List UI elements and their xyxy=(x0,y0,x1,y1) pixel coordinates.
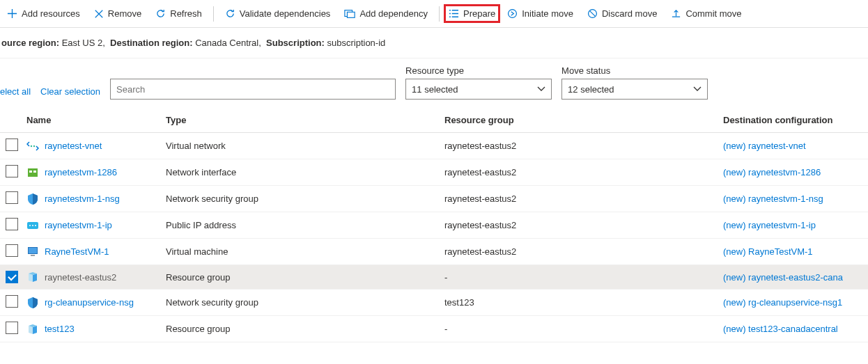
rg-icon xyxy=(26,323,39,335)
resource-type-cell: Public IP address xyxy=(160,212,439,239)
resource-type-cell: Resource group xyxy=(160,316,439,342)
svg-point-5 xyxy=(33,145,35,146)
resource-group-cell: - xyxy=(439,316,718,342)
resource-name-link[interactable]: RayneTestVM-1 xyxy=(45,246,109,257)
col-header-destination[interactable]: Destination configuration xyxy=(718,108,868,133)
resource-name-link[interactable]: raynetest-vnet xyxy=(45,141,102,151)
resource-name-link[interactable]: rg-cleanupservice-nsg xyxy=(45,297,134,308)
add-resources-label: Add resources xyxy=(22,8,80,19)
svg-point-12 xyxy=(35,225,36,226)
col-header-name[interactable]: Name xyxy=(21,108,160,133)
row-checkbox[interactable] xyxy=(6,295,18,308)
svg-rect-14 xyxy=(29,248,37,253)
remove-button[interactable]: Remove xyxy=(87,4,148,23)
refresh-icon xyxy=(155,8,166,19)
move-status-value: 12 selected xyxy=(568,84,614,95)
discard-move-button[interactable]: Discard move xyxy=(580,4,664,23)
arrow-right-circle-icon xyxy=(507,8,518,19)
resource-group-cell: raynetest-eastus2 xyxy=(439,159,718,186)
commit-move-label: Commit move xyxy=(685,8,741,19)
resource-type-dropdown[interactable]: 11 selected xyxy=(405,79,552,100)
add-dependency-button[interactable]: Add dependency xyxy=(337,4,435,23)
resource-group-cell: raynetest-eastus2 xyxy=(439,133,718,159)
row-checkbox[interactable] xyxy=(6,191,18,204)
remove-label: Remove xyxy=(108,8,141,19)
table-row[interactable]: test123Resource group-(new) test123-cana… xyxy=(0,316,868,342)
resource-type-label: Resource type xyxy=(405,65,552,76)
row-checkbox[interactable] xyxy=(6,322,18,334)
svg-point-4 xyxy=(31,145,32,146)
context-info: ource region: East US 2, Destination reg… xyxy=(0,28,868,58)
toolbar: Add resources Remove Refresh Validate de… xyxy=(0,0,868,28)
table-row[interactable]: raynetest-eastus2Resource group-(new) ra… xyxy=(0,265,868,290)
upload-icon xyxy=(671,8,681,19)
destination-region-value: Canada Central, xyxy=(195,38,261,48)
destination-link[interactable]: (new) rg-cleanupservice-nsg1 xyxy=(723,297,842,308)
destination-link[interactable]: (new) raynetestvm-1-nsg xyxy=(723,193,823,204)
table-row[interactable]: RayneTestVM-1Virtual machineraynetest-ea… xyxy=(0,239,868,265)
prepare-button[interactable]: Prepare xyxy=(444,4,500,23)
resource-type-cell: Virtual network xyxy=(160,133,439,159)
svg-rect-1 xyxy=(348,12,355,17)
resource-name-link[interactable]: raynetestvm-1286 xyxy=(45,167,117,177)
resource-group-cell: test123 xyxy=(439,290,718,316)
row-checkbox[interactable] xyxy=(6,139,18,151)
initiate-move-button[interactable]: Initiate move xyxy=(500,4,580,23)
x-icon xyxy=(94,9,104,19)
resource-group-cell: - xyxy=(439,265,718,290)
table-row[interactable]: rg-cleanupservice-nsgNetwork security gr… xyxy=(0,290,868,316)
move-status-dropdown[interactable]: 12 selected xyxy=(561,79,708,100)
refresh-button[interactable]: Refresh xyxy=(148,4,209,23)
resource-type-cell: Virtual machine xyxy=(160,239,439,265)
resources-table: Name Type Resource group Destination con… xyxy=(0,108,868,342)
select-all-link[interactable]: elect all xyxy=(0,86,31,100)
search-input[interactable] xyxy=(110,79,396,100)
validate-icon xyxy=(225,8,235,19)
svg-point-10 xyxy=(29,225,31,226)
col-header-type[interactable]: Type xyxy=(160,108,439,133)
vnet-icon xyxy=(26,140,39,152)
commit-move-button[interactable]: Commit move xyxy=(664,4,748,23)
resource-group-cell: raynetest-eastus2 xyxy=(439,212,718,239)
row-checkbox[interactable] xyxy=(6,271,18,283)
table-row[interactable]: raynetestvm-1-nsgNetwork security groupr… xyxy=(0,186,868,212)
destination-link[interactable]: (new) raynetestvm-1286 xyxy=(723,167,821,177)
row-checkbox[interactable] xyxy=(6,165,18,177)
plus-icon xyxy=(7,8,17,19)
filter-row: elect all Clear selection Resource type … xyxy=(0,58,868,108)
resource-group-cell: raynetest-eastus2 xyxy=(439,186,718,212)
row-checkbox[interactable] xyxy=(6,218,18,230)
nic-icon xyxy=(26,166,39,179)
vm-icon xyxy=(26,246,39,258)
destination-link[interactable]: (new) raynetestvm-1-ip xyxy=(723,220,816,230)
resource-group-cell: raynetest-eastus2 xyxy=(439,239,718,265)
add-resources-button[interactable]: Add resources xyxy=(0,4,87,23)
row-checkbox[interactable] xyxy=(6,244,18,257)
refresh-label: Refresh xyxy=(170,8,202,19)
toolbar-separator xyxy=(439,6,440,22)
destination-link[interactable]: (new) raynetest-vnet xyxy=(723,141,806,151)
subscription-label: Subscription: xyxy=(266,38,325,48)
destination-link[interactable]: (new) raynetest-eastus2-cana xyxy=(723,272,843,283)
prepare-label: Prepare xyxy=(463,8,495,19)
destination-link[interactable]: (new) RayneTestVM-1 xyxy=(723,246,813,257)
validate-dependencies-button[interactable]: Validate dependencies xyxy=(218,4,338,23)
resource-name-link[interactable]: test123 xyxy=(45,324,75,334)
col-header-resource-group[interactable]: Resource group xyxy=(439,108,718,133)
validate-dependencies-label: Validate dependencies xyxy=(240,8,331,19)
table-row[interactable]: raynetestvm-1-ipPublic IP addressraynete… xyxy=(0,212,868,239)
chevron-down-icon xyxy=(537,86,545,92)
svg-point-2 xyxy=(509,10,517,18)
table-row[interactable]: raynetestvm-1286Network interfaceraynete… xyxy=(0,159,868,186)
toolbar-separator xyxy=(213,6,214,22)
destination-link[interactable]: (new) test123-canadacentral xyxy=(723,324,838,334)
clear-selection-link[interactable]: Clear selection xyxy=(40,86,100,100)
ip-icon xyxy=(26,219,39,232)
resource-name-link[interactable]: raynetestvm-1-ip xyxy=(45,220,112,230)
table-row[interactable]: raynetest-vnetVirtual networkraynetest-e… xyxy=(0,133,868,159)
source-region-value: East US 2, xyxy=(62,38,105,48)
nsg-icon xyxy=(26,296,39,309)
list-icon xyxy=(449,9,459,18)
resource-name-link[interactable]: raynetestvm-1-nsg xyxy=(45,193,120,204)
resource-type-cell: Network interface xyxy=(160,159,439,186)
